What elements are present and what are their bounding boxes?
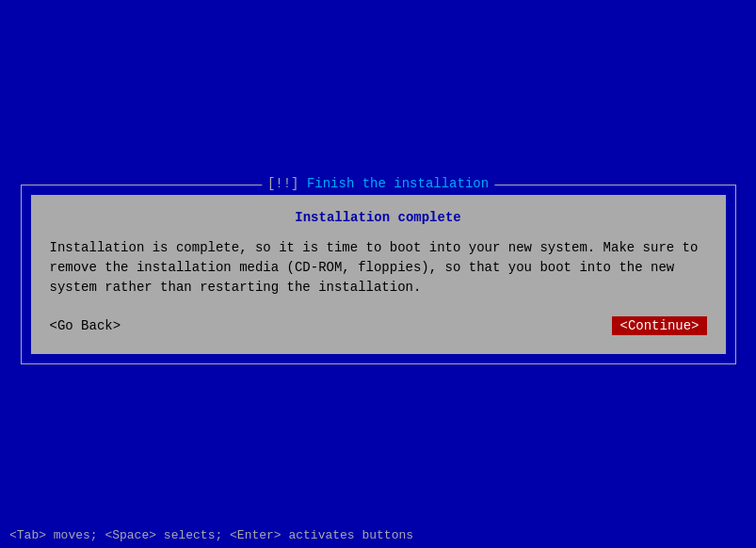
dialog-outer: [!!] Finish the installation Installatio… bbox=[21, 185, 736, 364]
dialog-inner: Installation complete Installation is co… bbox=[31, 195, 726, 354]
dialog-title-bar: [!!] Finish the installation bbox=[262, 176, 494, 191]
title-brackets: [!!] bbox=[267, 176, 299, 191]
status-bar: <Tab> moves; <Space> selects; <Enter> ac… bbox=[9, 528, 413, 542]
dialog-subtitle: Installation complete bbox=[50, 210, 707, 225]
continue-button[interactable]: <Continue> bbox=[612, 316, 706, 335]
dialog-body: Installation is complete, so it is time … bbox=[50, 238, 707, 298]
go-back-button[interactable]: <Go Back> bbox=[50, 318, 121, 333]
screen: [!!] Finish the installation Installatio… bbox=[0, 0, 756, 548]
dialog-title-text: Finish the installation bbox=[307, 176, 489, 191]
dialog-buttons: <Go Back> <Continue> bbox=[50, 316, 707, 335]
